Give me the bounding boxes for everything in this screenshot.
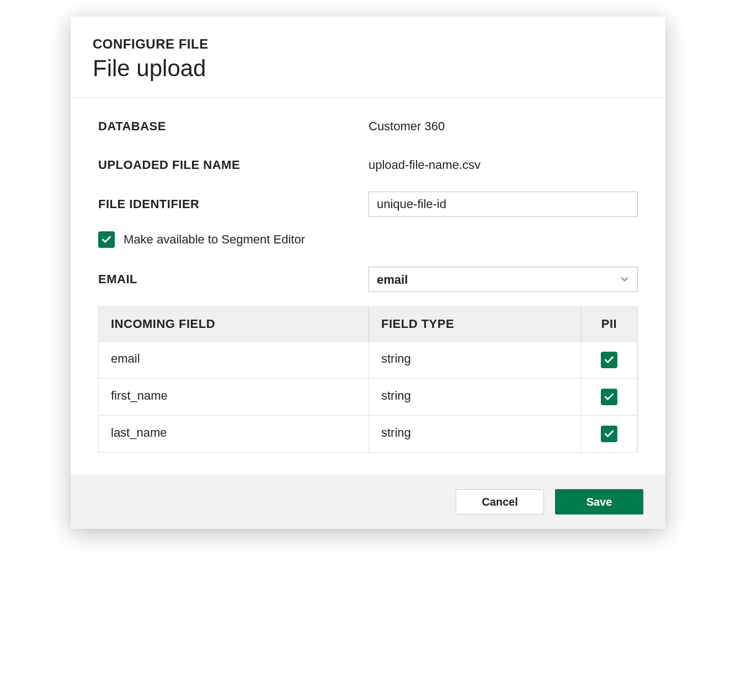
check-icon — [101, 234, 112, 245]
value-database: Customer 360 — [369, 119, 638, 134]
table-header-row: INCOMING FIELD FIELD TYPE PII — [99, 307, 637, 342]
dialog-eyebrow: CONFIGURE FILE — [93, 36, 643, 52]
table-row: email string — [99, 342, 637, 379]
select-email[interactable]: email — [369, 267, 638, 292]
save-button[interactable]: Save — [555, 489, 643, 515]
td-pii — [582, 379, 637, 415]
field-mapping-table: INCOMING FIELD FIELD TYPE PII email stri… — [98, 306, 638, 453]
input-file-identifier[interactable] — [369, 192, 638, 217]
label-email: EMAIL — [98, 272, 369, 287]
td-field-type: string — [369, 379, 582, 415]
row-database: DATABASE Customer 360 — [98, 114, 638, 139]
th-pii: PII — [582, 307, 637, 341]
row-email: EMAIL email — [98, 267, 638, 292]
td-field-type: string — [369, 416, 582, 452]
cancel-button[interactable]: Cancel — [456, 489, 544, 515]
th-incoming-field: INCOMING FIELD — [99, 307, 369, 341]
row-uploaded-file: UPLOADED FILE NAME upload-file-name.csv — [98, 153, 638, 177]
td-pii — [582, 416, 637, 452]
checkbox-segment-editor[interactable] — [98, 231, 115, 248]
td-pii — [582, 342, 637, 378]
label-database: DATABASE — [98, 119, 369, 134]
td-incoming-field: last_name — [99, 416, 369, 452]
checkbox-pii[interactable] — [601, 426, 617, 442]
check-icon — [604, 354, 615, 365]
configure-file-dialog: CONFIGURE FILE File upload DATABASE Cust… — [71, 17, 665, 529]
dialog-title: File upload — [93, 55, 643, 82]
table-row: first_name string — [99, 379, 637, 416]
label-segment-editor: Make available to Segment Editor — [124, 232, 305, 247]
checkbox-pii[interactable] — [601, 389, 617, 405]
table-row: last_name string — [99, 416, 637, 452]
value-uploaded-file: upload-file-name.csv — [369, 158, 638, 172]
td-incoming-field: first_name — [99, 379, 369, 415]
dialog-body: DATABASE Customer 360 UPLOADED FILE NAME… — [71, 98, 665, 475]
td-incoming-field: email — [99, 342, 369, 378]
row-segment-editor: Make available to Segment Editor — [98, 231, 638, 248]
th-field-type: FIELD TYPE — [369, 307, 582, 341]
checkbox-pii[interactable] — [601, 352, 617, 368]
check-icon — [604, 428, 615, 439]
dialog-footer: Cancel Save — [71, 475, 665, 529]
label-uploaded-file: UPLOADED FILE NAME — [98, 158, 369, 172]
check-icon — [604, 391, 615, 402]
td-field-type: string — [369, 342, 582, 378]
label-file-identifier: FILE IDENTIFIER — [98, 197, 369, 211]
dialog-header: CONFIGURE FILE File upload — [71, 17, 665, 98]
row-file-identifier: FILE IDENTIFIER — [98, 192, 638, 217]
